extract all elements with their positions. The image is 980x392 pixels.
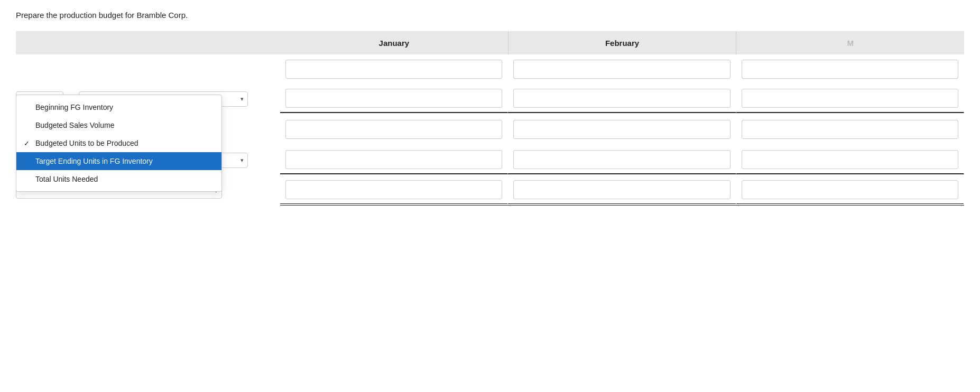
add-row-input-mar[interactable] bbox=[742, 89, 958, 108]
row-1-input-jan[interactable] bbox=[285, 60, 502, 79]
dual-select-input-jan[interactable] bbox=[285, 150, 502, 169]
dropdown-item-budgeted-sales[interactable]: Budgeted Sales Volume bbox=[16, 116, 221, 134]
dual-select-input-mar[interactable] bbox=[742, 150, 958, 169]
single-select-cell-mar bbox=[736, 176, 964, 206]
add-row-input-jan[interactable] bbox=[285, 89, 502, 108]
dropdown-item-target-ending[interactable]: Target Ending Units in FG Inventory bbox=[16, 152, 221, 170]
header-left-spacer bbox=[16, 31, 280, 54]
header-january: January bbox=[280, 31, 509, 54]
total-units-cells bbox=[280, 116, 964, 143]
dropdown-item-beginning-fg[interactable]: Beginning FG Inventory bbox=[16, 98, 221, 116]
single-select-input-jan[interactable] bbox=[285, 180, 502, 199]
dual-select-cell-jan bbox=[280, 146, 508, 174]
dropdown-overlay: Beginning FG Inventory Budgeted Sales Vo… bbox=[16, 95, 222, 192]
dropdown-item-budgeted-units[interactable]: Budgeted Units to be Produced bbox=[16, 134, 221, 152]
dropdown-item-total-units[interactable]: Total Units Needed bbox=[16, 170, 221, 188]
dual-select-cell-mar bbox=[736, 146, 964, 174]
total-units-cell-jan bbox=[280, 116, 508, 143]
single-select-input-mar[interactable] bbox=[742, 180, 958, 199]
total-units-input-jan[interactable] bbox=[285, 120, 502, 139]
dual-select-input-feb[interactable] bbox=[513, 150, 730, 169]
page-title: Prepare the production budget for Brambl… bbox=[16, 11, 964, 20]
single-select-cell-feb bbox=[508, 176, 736, 206]
row-1-label: Beginning FG Inventory Budgeted Sales Vo… bbox=[16, 65, 280, 73]
total-units-cell-feb bbox=[508, 116, 736, 143]
row-1-input-feb[interactable] bbox=[513, 60, 730, 79]
total-units-cell-mar bbox=[736, 116, 964, 143]
header-march: M bbox=[736, 31, 964, 54]
single-select-cells bbox=[280, 176, 964, 206]
row-1: Beginning FG Inventory Budgeted Sales Vo… bbox=[16, 54, 964, 84]
add-row-cells bbox=[280, 85, 964, 113]
header-february: February bbox=[509, 31, 737, 54]
add-row-cell-feb bbox=[508, 85, 736, 113]
dual-select-cells bbox=[280, 146, 964, 174]
add-row-cell-mar bbox=[736, 85, 964, 113]
row-1-cells bbox=[280, 55, 964, 83]
row-1-cell-feb bbox=[508, 55, 736, 83]
add-row-cell-jan bbox=[280, 85, 508, 113]
row-1-cell-mar bbox=[736, 55, 964, 83]
row-1-cell-jan bbox=[280, 55, 508, 83]
total-units-input-feb[interactable] bbox=[513, 120, 730, 139]
row-1-input-mar[interactable] bbox=[742, 60, 958, 79]
header-row: January February M bbox=[16, 31, 964, 54]
single-select-input-feb[interactable] bbox=[513, 180, 730, 199]
single-select-cell-jan bbox=[280, 176, 508, 206]
total-units-input-mar[interactable] bbox=[742, 120, 958, 139]
add-row-input-feb[interactable] bbox=[513, 89, 730, 108]
dual-select-cell-feb bbox=[508, 146, 736, 174]
